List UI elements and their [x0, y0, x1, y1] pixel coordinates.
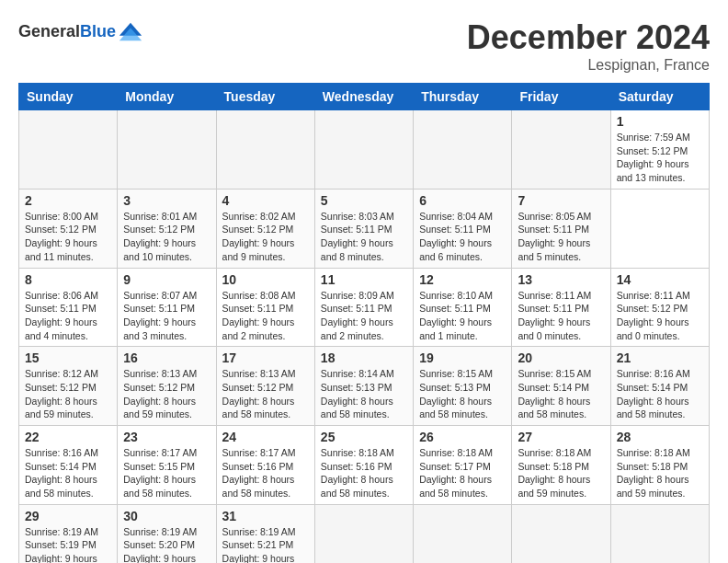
calendar-week-row: 1Sunrise: 7:59 AMSunset: 5:12 PMDaylight… — [19, 110, 710, 190]
day-number: 19 — [419, 350, 506, 365]
calendar-day-cell — [414, 504, 512, 563]
calendar-day-cell: 7Sunrise: 8:05 AMSunset: 5:11 PMDaylight… — [512, 189, 610, 268]
day-number: 8 — [25, 272, 111, 287]
day-info: Sunrise: 8:15 AMSunset: 5:13 PMDaylight:… — [419, 367, 506, 421]
day-info: Sunrise: 8:02 AMSunset: 5:12 PMDaylight:… — [222, 210, 309, 264]
day-info: Sunrise: 8:10 AMSunset: 5:11 PMDaylight:… — [419, 289, 506, 343]
calendar-day-cell: 5Sunrise: 8:03 AMSunset: 5:11 PMDaylight… — [314, 189, 413, 268]
calendar-day-cell: 19Sunrise: 8:15 AMSunset: 5:13 PMDayligh… — [414, 347, 512, 426]
day-number: 6 — [419, 193, 506, 208]
calendar-day-cell — [19, 110, 118, 190]
day-info: Sunrise: 8:06 AMSunset: 5:11 PMDaylight:… — [25, 289, 111, 343]
day-info: Sunrise: 8:11 AMSunset: 5:12 PMDaylight:… — [617, 289, 703, 343]
day-of-week-header: Thursday — [414, 84, 512, 110]
day-info: Sunrise: 8:19 AMSunset: 5:19 PMDaylight:… — [25, 525, 111, 563]
day-number: 22 — [25, 430, 111, 444]
day-number: 21 — [617, 350, 703, 365]
day-number: 20 — [518, 350, 604, 365]
day-number: 18 — [321, 350, 407, 365]
calendar-day-cell: 28Sunrise: 8:18 AMSunset: 5:18 PMDayligh… — [610, 426, 709, 505]
day-info: Sunrise: 8:18 AMSunset: 5:18 PMDaylight:… — [518, 446, 604, 500]
day-number: 29 — [25, 509, 111, 523]
day-of-week-header: Sunday — [19, 84, 118, 110]
calendar-day-cell: 8Sunrise: 8:06 AMSunset: 5:11 PMDaylight… — [19, 268, 118, 347]
calendar-day-cell — [512, 504, 610, 563]
calendar-day-cell: 31Sunrise: 8:19 AMSunset: 5:21 PMDayligh… — [216, 504, 314, 563]
day-info: Sunrise: 8:18 AMSunset: 5:16 PMDaylight:… — [321, 446, 407, 500]
calendar-day-cell: 1Sunrise: 7:59 AMSunset: 5:12 PMDaylight… — [610, 110, 709, 190]
day-number: 10 — [222, 272, 309, 287]
calendar-day-cell: 3Sunrise: 8:01 AMSunset: 5:12 PMDaylight… — [118, 189, 216, 268]
calendar-day-cell: 13Sunrise: 8:11 AMSunset: 5:11 PMDayligh… — [512, 268, 610, 347]
logo-icon — [118, 18, 143, 44]
calendar-week-row: 22Sunrise: 8:16 AMSunset: 5:14 PMDayligh… — [19, 426, 710, 505]
day-number: 28 — [617, 430, 703, 444]
day-info: Sunrise: 8:09 AMSunset: 5:11 PMDaylight:… — [321, 289, 407, 343]
calendar-day-cell: 11Sunrise: 8:09 AMSunset: 5:11 PMDayligh… — [314, 268, 413, 347]
day-info: Sunrise: 7:59 AMSunset: 5:12 PMDaylight:… — [617, 131, 703, 185]
day-number: 14 — [617, 272, 703, 287]
calendar-day-cell — [414, 110, 512, 190]
calendar-day-cell: 29Sunrise: 8:19 AMSunset: 5:19 PMDayligh… — [19, 504, 118, 563]
day-info: Sunrise: 8:11 AMSunset: 5:11 PMDaylight:… — [518, 289, 604, 343]
day-info: Sunrise: 8:08 AMSunset: 5:11 PMDaylight:… — [222, 289, 309, 343]
day-number: 31 — [222, 509, 309, 523]
day-info: Sunrise: 8:18 AMSunset: 5:17 PMDaylight:… — [419, 446, 506, 500]
title-block: December 2024 Lespignan, France — [467, 18, 710, 74]
calendar-day-cell — [314, 110, 413, 190]
day-of-week-header: Monday — [118, 84, 216, 110]
calendar-day-cell: 26Sunrise: 8:18 AMSunset: 5:17 PMDayligh… — [414, 426, 512, 505]
day-number: 13 — [518, 272, 604, 287]
logo-blue-text: Blue — [80, 22, 116, 40]
calendar-week-row: 29Sunrise: 8:19 AMSunset: 5:19 PMDayligh… — [19, 504, 710, 563]
calendar-day-cell: 23Sunrise: 8:17 AMSunset: 5:15 PMDayligh… — [118, 426, 216, 505]
day-number: 17 — [222, 350, 309, 365]
day-of-week-header: Saturday — [610, 84, 709, 110]
calendar-day-cell: 14Sunrise: 8:11 AMSunset: 5:12 PMDayligh… — [610, 268, 709, 347]
calendar-day-cell: 20Sunrise: 8:15 AMSunset: 5:14 PMDayligh… — [512, 347, 610, 426]
calendar-day-cell: 17Sunrise: 8:13 AMSunset: 5:12 PMDayligh… — [216, 347, 314, 426]
day-number: 23 — [123, 430, 210, 444]
calendar-day-cell — [216, 110, 314, 190]
day-number: 27 — [518, 430, 604, 444]
day-info: Sunrise: 8:17 AMSunset: 5:15 PMDaylight:… — [123, 446, 210, 500]
calendar-day-cell: 22Sunrise: 8:16 AMSunset: 5:14 PMDayligh… — [19, 426, 118, 505]
day-info: Sunrise: 8:03 AMSunset: 5:11 PMDaylight:… — [321, 210, 407, 264]
day-number: 2 — [25, 193, 111, 208]
day-info: Sunrise: 8:07 AMSunset: 5:11 PMDaylight:… — [123, 289, 210, 343]
calendar-day-cell: 9Sunrise: 8:07 AMSunset: 5:11 PMDaylight… — [118, 268, 216, 347]
calendar-day-cell: 27Sunrise: 8:18 AMSunset: 5:18 PMDayligh… — [512, 426, 610, 505]
day-number: 30 — [123, 509, 210, 523]
day-info: Sunrise: 8:15 AMSunset: 5:14 PMDaylight:… — [518, 367, 604, 421]
calendar-table: SundayMondayTuesdayWednesdayThursdayFrid… — [18, 83, 710, 563]
day-info: Sunrise: 8:17 AMSunset: 5:16 PMDaylight:… — [222, 446, 309, 500]
calendar-day-cell: 10Sunrise: 8:08 AMSunset: 5:11 PMDayligh… — [216, 268, 314, 347]
day-info: Sunrise: 8:01 AMSunset: 5:12 PMDaylight:… — [123, 210, 210, 264]
day-number: 15 — [25, 350, 111, 365]
day-info: Sunrise: 8:13 AMSunset: 5:12 PMDaylight:… — [123, 367, 210, 421]
calendar-day-cell: 6Sunrise: 8:04 AMSunset: 5:11 PMDaylight… — [414, 189, 512, 268]
calendar-week-row: 15Sunrise: 8:12 AMSunset: 5:12 PMDayligh… — [19, 347, 710, 426]
day-info: Sunrise: 8:05 AMSunset: 5:11 PMDaylight:… — [518, 210, 604, 264]
day-number: 16 — [123, 350, 210, 365]
calendar-week-row: 2Sunrise: 8:00 AMSunset: 5:12 PMDaylight… — [19, 189, 710, 268]
calendar-day-cell: 12Sunrise: 8:10 AMSunset: 5:11 PMDayligh… — [414, 268, 512, 347]
day-number: 1 — [617, 114, 703, 129]
calendar-day-cell — [118, 110, 216, 190]
calendar-day-cell: 30Sunrise: 8:19 AMSunset: 5:20 PMDayligh… — [118, 504, 216, 563]
day-info: Sunrise: 8:12 AMSunset: 5:12 PMDaylight:… — [25, 367, 111, 421]
day-info: Sunrise: 8:19 AMSunset: 5:21 PMDaylight:… — [222, 525, 309, 563]
calendar-day-cell — [610, 504, 709, 563]
day-of-week-header: Wednesday — [314, 84, 413, 110]
day-of-week-header: Tuesday — [216, 84, 314, 110]
day-info: Sunrise: 8:16 AMSunset: 5:14 PMDaylight:… — [25, 446, 111, 500]
month-title: December 2024 — [467, 18, 710, 57]
calendar-day-cell — [314, 504, 413, 563]
day-number: 25 — [321, 430, 407, 444]
calendar-day-cell: 16Sunrise: 8:13 AMSunset: 5:12 PMDayligh… — [118, 347, 216, 426]
calendar-day-cell: 2Sunrise: 8:00 AMSunset: 5:12 PMDaylight… — [19, 189, 118, 268]
day-info: Sunrise: 8:00 AMSunset: 5:12 PMDaylight:… — [25, 210, 111, 264]
day-number: 3 — [123, 193, 210, 208]
day-info: Sunrise: 8:19 AMSunset: 5:20 PMDaylight:… — [123, 525, 210, 563]
day-number: 26 — [419, 430, 506, 444]
